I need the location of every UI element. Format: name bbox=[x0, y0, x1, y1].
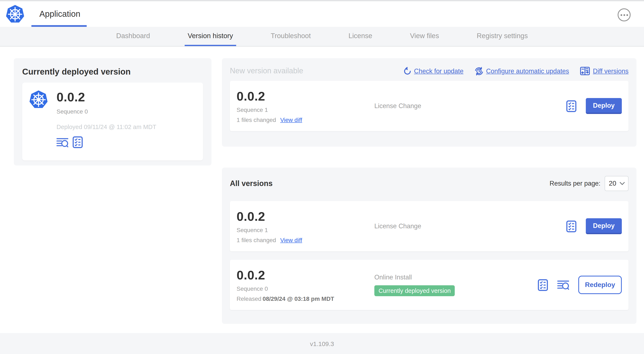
clock-refresh-icon bbox=[474, 67, 483, 75]
new-version-title: New version available bbox=[230, 67, 303, 75]
results-per-page-select[interactable]: 20 bbox=[605, 176, 628, 191]
view-logs-icon-button[interactable] bbox=[557, 280, 569, 290]
results-per-page-label: Results per page: bbox=[550, 180, 600, 187]
diff-versions-link[interactable]: Diff versions bbox=[580, 67, 628, 75]
app-header: Application bbox=[0, 1, 644, 27]
version-number: 0.0.2 bbox=[236, 268, 374, 282]
console-version: v1.109.3 bbox=[310, 340, 334, 347]
app-version-icon bbox=[29, 90, 48, 109]
deployed-version-sequence: Sequence 0 bbox=[56, 108, 156, 115]
version-row: 0.0.2 Sequence 1 1 files changed View di… bbox=[230, 201, 628, 251]
version-source: License Change bbox=[374, 222, 566, 230]
version-source-block: Online Install Currently deployed versio… bbox=[374, 273, 538, 296]
tab-version-history[interactable]: Version history bbox=[185, 27, 236, 46]
version-number: 0.0.2 bbox=[236, 89, 374, 103]
all-versions-section: All versions Results per page: 20 0.0.2 … bbox=[222, 168, 636, 324]
version-source: License Change bbox=[374, 102, 566, 110]
deployed-version-number: 0.0.2 bbox=[56, 90, 156, 104]
view-diff-link[interactable]: View diff bbox=[280, 116, 302, 123]
preflight-checks-icon-button[interactable] bbox=[566, 220, 576, 232]
app-tab-label: Application bbox=[39, 9, 80, 19]
more-options-icon bbox=[620, 14, 622, 16]
app-tab-active-underline bbox=[32, 25, 87, 27]
refresh-icon bbox=[403, 67, 411, 75]
new-version-card: 0.0.2 Sequence 1 1 files changed View di… bbox=[230, 81, 628, 131]
tab-troubleshoot[interactable]: Troubleshoot bbox=[268, 27, 314, 46]
preflight-checks-icon-button[interactable] bbox=[566, 100, 576, 112]
deployed-timestamp: Deployed 09/11/24 @ 11:02 am MDT bbox=[56, 124, 156, 130]
tab-dashboard[interactable]: Dashboard bbox=[113, 27, 153, 46]
app-tab-application[interactable]: Application bbox=[39, 1, 80, 27]
configure-automatic-updates-link[interactable]: Configure automatic updates bbox=[474, 67, 569, 75]
chevron-down-icon bbox=[620, 182, 625, 185]
redeploy-button[interactable]: Redeploy bbox=[578, 276, 622, 294]
all-versions-title: All versions bbox=[230, 179, 272, 188]
version-sequence: Sequence 1 bbox=[236, 106, 374, 113]
app-subnav: Dashboard Version history Troubleshoot L… bbox=[0, 27, 644, 47]
version-number: 0.0.2 bbox=[236, 209, 374, 223]
currently-deployed-badge: Currently deployed version bbox=[374, 285, 455, 296]
currently-deployed-title: Currently deployed version bbox=[22, 67, 203, 77]
console-footer: v1.109.3 bbox=[0, 333, 644, 354]
currently-deployed-panel: Currently deployed version 0.0.2 Sequenc… bbox=[14, 58, 212, 165]
diff-icon bbox=[580, 67, 590, 75]
kots-admin-console: Application Dashboard Version history Tr… bbox=[0, 0, 644, 354]
results-per-page-value: 20 bbox=[609, 180, 616, 187]
version-sequence: Sequence 0 bbox=[236, 285, 374, 292]
preflight-checks-icon-button[interactable] bbox=[72, 136, 83, 148]
deployed-version-card: 0.0.2 Sequence 0 Deployed 09/11/24 @ 11:… bbox=[22, 83, 203, 160]
tab-license[interactable]: License bbox=[346, 27, 375, 46]
version-row: 0.0.2 Sequence 0 Released08/29/24 @ 03:1… bbox=[230, 260, 628, 310]
version-source: Online Install bbox=[374, 273, 538, 281]
more-options-button[interactable] bbox=[618, 8, 630, 21]
files-changed: 1 files changed bbox=[236, 236, 276, 243]
new-version-section: New version available Check for update C… bbox=[222, 58, 636, 147]
files-changed: 1 files changed bbox=[236, 116, 276, 123]
view-logs-icon-button[interactable] bbox=[56, 137, 68, 147]
released-timestamp: Released08/29/24 @ 03:18 pm MDT bbox=[236, 295, 374, 302]
kubernetes-logo-icon bbox=[6, 5, 25, 24]
view-diff-link[interactable]: View diff bbox=[280, 236, 302, 243]
version-sequence: Sequence 1 bbox=[236, 226, 374, 233]
deploy-button[interactable]: Deploy bbox=[586, 218, 622, 234]
tab-registry-settings[interactable]: Registry settings bbox=[474, 27, 531, 46]
tab-view-files[interactable]: View files bbox=[407, 27, 442, 46]
deploy-button[interactable]: Deploy bbox=[586, 98, 622, 114]
preflight-checks-icon-button[interactable] bbox=[538, 279, 548, 291]
check-for-update-link[interactable]: Check for update bbox=[403, 67, 464, 75]
